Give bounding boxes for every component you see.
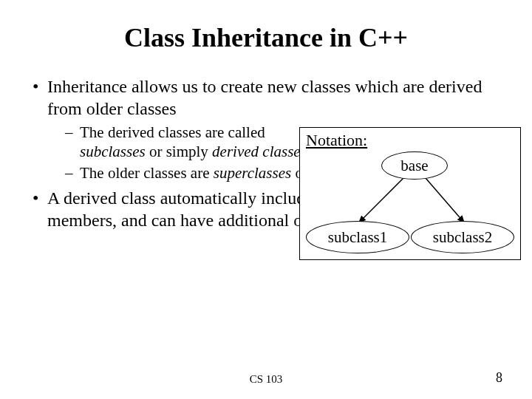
svg-line-0 <box>359 178 403 222</box>
base-oval: base <box>381 151 448 180</box>
sub1-pre: The derived classes are called <box>80 123 265 141</box>
slide: Class Inheritance in C++ Inheritance all… <box>0 0 532 399</box>
base-label: base <box>400 157 428 175</box>
subclass2-oval: subclass2 <box>411 221 514 253</box>
sub2-label: subclass2 <box>433 228 493 247</box>
sub1-label: subclass1 <box>328 228 388 247</box>
bullet-1-text: Inheritance allows us to create new clas… <box>47 77 482 118</box>
notation-diagram: Notation: base subclass1 subclass2 <box>299 127 521 260</box>
sub1-em2: derived classes <box>212 143 307 160</box>
footer-course: CS 103 <box>0 373 532 386</box>
footer-page-number: 8 <box>496 370 502 386</box>
sub2-pre: The older classes are <box>80 164 214 182</box>
sub1-em1: subclasses <box>80 143 146 160</box>
svg-line-1 <box>426 178 464 222</box>
subclass1-oval: subclass1 <box>306 221 409 253</box>
sub1-mid: or simply <box>146 143 212 160</box>
slide-title: Class Inheritance in C++ <box>30 22 502 53</box>
sub2-em1: superclasses <box>214 164 291 182</box>
